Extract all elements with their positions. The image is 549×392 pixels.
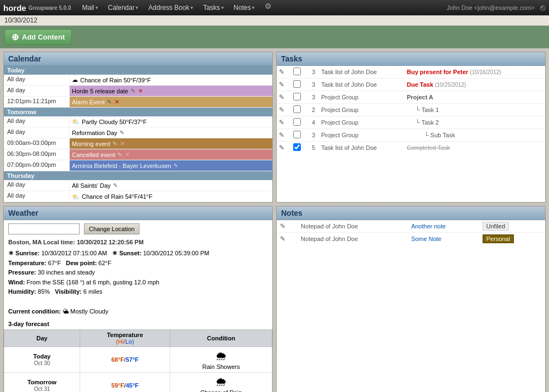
chevron-down-icon: ▾ <box>252 5 255 10</box>
navbar: horde Groupware 5.0.0 Mail ▾ Calendar ▾ … <box>0 0 549 15</box>
weather-details: ☀ Sunrise: 10/30/2012 07:15:00 AM ☀ Suns… <box>4 247 272 318</box>
edit-icon[interactable]: ✎ <box>173 163 178 169</box>
edit-icon[interactable]: ✎ <box>117 152 122 158</box>
notes-panel: Notes ✎ Notepad of John Doe Another note… <box>276 206 546 392</box>
calendar-panel: Calendar Today All day ☁ Chance of Rain … <box>3 52 273 203</box>
edit-icon[interactable]: ✎ <box>107 99 111 105</box>
edit-icon[interactable]: ✎ <box>113 182 117 188</box>
table-row: All day Horde 5 release date ✎ ✕ <box>4 86 272 97</box>
table-row: TomorrowOct 31 59°F/45°F 🌧 Chance of Rai… <box>4 373 272 392</box>
task-checkbox[interactable] <box>293 80 301 88</box>
table-row: TodayOct 30 68°F/57°F 🌧 Rain Showers <box>4 347 272 373</box>
nav-mail[interactable]: Mail ▾ <box>77 2 102 14</box>
table-row: All day All Saints' Day ✎ <box>4 180 272 191</box>
change-location-button[interactable]: Change Location <box>84 223 139 234</box>
task-checkbox[interactable] <box>293 68 301 75</box>
table-row: ✎ 3 Task list of John Doe Due Task (10/2… <box>277 79 545 91</box>
edit-icon[interactable]: ✎ <box>279 119 284 126</box>
table-row: All day ⛅ Chance of Rain 54°F/41°F <box>4 191 272 202</box>
edit-icon[interactable]: ✎ <box>131 88 135 94</box>
date-bar: 10/30/2012 <box>0 15 549 26</box>
delete-icon[interactable]: ✕ <box>125 152 130 158</box>
rain-icon: 🌧 <box>173 375 268 389</box>
note-link[interactable]: Another note <box>411 223 446 229</box>
table-row: 09:00am-03:00pm Morning event ✎ ✕ <box>4 138 272 149</box>
edit-icon[interactable]: ✎ <box>280 222 285 230</box>
main-content: Calendar Today All day ☁ Chance of Rain … <box>0 48 549 392</box>
rain-icon: 🌧 <box>173 349 268 363</box>
weather-header: Weather <box>4 206 272 220</box>
nav-tasks[interactable]: Tasks ▾ <box>199 2 228 14</box>
partly-cloudy-icon: ⛅ <box>72 193 80 200</box>
edit-icon[interactable]: ✎ <box>279 144 284 152</box>
edit-icon[interactable]: ✎ <box>279 93 284 101</box>
notes-content: ✎ Notepad of John Doe Another note Unfil… <box>277 220 545 245</box>
table-row: ✎ 5 Task list of John Doe Completed Task <box>277 142 545 154</box>
calendar-header: Calendar <box>4 52 272 66</box>
table-row: ✎ 3 Project Group Project A <box>277 91 545 104</box>
chevron-down-icon: ▾ <box>96 5 98 10</box>
edit-icon[interactable]: ✎ <box>279 106 284 114</box>
tasks-table: ✎ 3 Task list of John Doe Buy present fo… <box>277 66 545 154</box>
edit-icon[interactable]: ✎ <box>280 235 285 243</box>
edit-icon[interactable]: ✎ <box>113 141 117 147</box>
task-checkbox[interactable] <box>293 105 301 113</box>
table-row: 06:30pm-08:00pm Cancelled event ✎ ✕ <box>4 149 272 160</box>
tasks-header: Tasks <box>277 52 545 66</box>
edit-icon[interactable]: ✎ <box>279 131 284 139</box>
gear-icon[interactable]: ⚙ <box>265 2 272 14</box>
task-checkbox[interactable] <box>293 93 301 100</box>
today-section-header: Today <box>4 66 272 75</box>
main-nav: Mail ▾ Calendar ▾ Address Book ▾ Tasks ▾… <box>77 2 446 14</box>
task-checkbox[interactable] <box>293 131 301 138</box>
table-row: All day ☁ Chance of Rain 50°F/39°F <box>4 75 272 86</box>
sunset-icon: ☀ <box>112 250 117 256</box>
nav-calendar[interactable]: Calendar ▾ <box>104 2 143 14</box>
delete-icon[interactable]: ✕ <box>120 141 125 147</box>
forecast-col-temp: Temperature (Hi/Lo) <box>80 330 170 347</box>
weather-icon: ☁ <box>72 76 78 83</box>
tasks-panel: Tasks ✎ 3 Task list of John Doe Buy pres… <box>276 52 546 203</box>
table-row: ✎ 3 Project Group └ Sub Task <box>277 129 545 142</box>
list-item: ✎ Notepad of John Doe Some Note Personal <box>277 233 545 245</box>
edit-icon[interactable]: ✎ <box>120 130 124 136</box>
table-row: ✎ 4 Project Group └ Task 2 <box>277 116 545 129</box>
task-checkbox[interactable] <box>293 118 301 126</box>
edit-icon[interactable]: ✎ <box>279 68 284 76</box>
current-condition-icon: 🌥 <box>63 308 69 315</box>
forecast-col-condition: Condition <box>170 330 272 347</box>
forecast-col-day: Day <box>4 330 80 347</box>
chevron-down-icon: ▾ <box>191 5 193 10</box>
table-row: 07:00pm-09:00pm Arminia Bielefeld - Baye… <box>4 160 272 171</box>
list-item: ✎ Notepad of John Doe Another note Unfil… <box>277 220 545 233</box>
chevron-down-icon: ▾ <box>136 5 138 10</box>
weather-search-row: Change Location <box>4 220 272 238</box>
nav-address-book[interactable]: Address Book ▾ <box>144 2 198 14</box>
app-tagline: Groupware 5.0.0 <box>29 5 71 11</box>
delete-icon[interactable]: ✕ <box>115 99 119 105</box>
unfiled-tag: Unfiled <box>483 222 509 231</box>
note-link[interactable]: Some Note <box>411 236 441 242</box>
edit-icon[interactable]: ✎ <box>279 81 284 88</box>
forecast-table: Day Temperature (Hi/Lo) Condition TodayO… <box>4 329 272 392</box>
weather-panel: Weather Change Location Boston, MA Local… <box>3 206 273 392</box>
delete-icon[interactable]: ✕ <box>138 88 143 94</box>
plus-icon: ⊕ <box>12 32 19 42</box>
calendar-content: Today All day ☁ Chance of Rain 50°F/39°F… <box>4 66 272 202</box>
table-row: ✎ 3 Task list of John Doe Buy present fo… <box>277 66 545 79</box>
tomorrow-section-header: Tomorrow <box>4 108 272 116</box>
add-content-button[interactable]: ⊕ Add Content <box>4 29 72 45</box>
task-checkbox[interactable] <box>293 143 301 151</box>
table-row: All day ⛅ Partly Cloudy 50°F/37°F <box>4 116 272 127</box>
table-row: All day Reformation Day ✎ <box>4 127 272 138</box>
tasks-content: ✎ 3 Task list of John Doe Buy present fo… <box>277 66 545 154</box>
sunrise-icon: ☀ <box>8 250 14 256</box>
logout-icon[interactable]: ⎋ <box>540 3 546 13</box>
notes-table: ✎ Notepad of John Doe Another note Unfil… <box>277 220 545 245</box>
forecast-label: 3-day forecast <box>4 318 272 329</box>
current-date: 10/30/2012 <box>4 16 37 24</box>
nav-notes[interactable]: Notes ▾ <box>229 2 259 14</box>
app-logo: horde Groupware 5.0.0 <box>3 3 71 13</box>
weather-location-input[interactable] <box>8 223 80 234</box>
notes-header: Notes <box>277 206 545 220</box>
